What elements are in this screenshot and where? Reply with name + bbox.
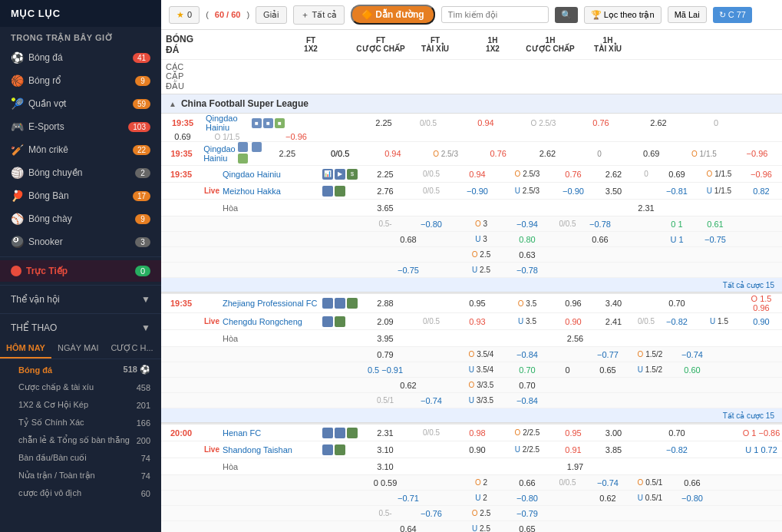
extra1a-v3[interactable]: −0.78 bbox=[589, 220, 612, 229]
h-fttx-val[interactable]: 0.95 bbox=[554, 428, 592, 438]
m1-h1-tx-1[interactable]: −0.96 bbox=[250, 132, 342, 141]
extra3a-v4[interactable]: 0.66 bbox=[673, 478, 711, 487]
extra2c-v1[interactable]: 0.62 bbox=[362, 381, 454, 390]
search-input[interactable] bbox=[441, 6, 549, 23]
rounds-button[interactable]: Giải bbox=[256, 6, 286, 24]
icon-bet5[interactable] bbox=[335, 316, 345, 327]
malai-button[interactable]: Mã Lai bbox=[668, 6, 707, 23]
extra2c-v2[interactable]: 0.70 bbox=[508, 381, 546, 390]
sidebar-item-esports[interactable]: 🎮 E-Sports 103 bbox=[0, 115, 161, 138]
extra2a-v2[interactable]: −0.84 bbox=[508, 350, 546, 359]
extra3b-v3[interactable]: 0.62 bbox=[589, 494, 627, 503]
h-h1chap-val[interactable]: 0.70 bbox=[658, 428, 696, 438]
extra1a-v2[interactable]: −0.94 bbox=[508, 220, 546, 229]
extra2d-v1[interactable]: −0.74 bbox=[408, 396, 454, 405]
icon-stats1[interactable]: ■ bbox=[252, 118, 262, 128]
c-fttx-val[interactable]: 0.90 bbox=[554, 317, 592, 326]
m1-ft-tx-1[interactable]: 0.76 bbox=[574, 118, 628, 127]
m1-ft-chap-1[interactable]: 0.94 bbox=[459, 118, 513, 127]
icon-c1[interactable] bbox=[238, 154, 248, 164]
meizhou-team[interactable]: Meizhou Hakka bbox=[223, 187, 322, 196]
hoa3-ft1x2[interactable]: 3.10 bbox=[362, 462, 408, 471]
extra3c-v1[interactable]: −0.76 bbox=[408, 509, 454, 518]
icon-video3[interactable] bbox=[335, 298, 345, 309]
star-button[interactable]: ★ 0 bbox=[169, 6, 200, 24]
sidebar-item-snooker[interactable]: 🎱 Snooker 3 bbox=[0, 230, 161, 253]
extra3a-v1[interactable]: 0 0.59 bbox=[362, 478, 408, 487]
c-ft1x2[interactable]: 2.09 bbox=[362, 317, 408, 326]
search-button[interactable]: 🔍 bbox=[555, 7, 578, 23]
s-h11x2[interactable]: 3.85 bbox=[592, 445, 635, 454]
extra3d-v1[interactable]: 0.64 bbox=[362, 524, 454, 533]
q-ftchap-val[interactable]: 0.94 bbox=[454, 170, 500, 179]
live-row[interactable]: Trực Tiếp 0 bbox=[0, 260, 161, 282]
icon-b1[interactable] bbox=[252, 142, 262, 152]
q-h1tx-val[interactable]: −0.96 bbox=[742, 170, 780, 179]
extra1a-v5[interactable]: 0.61 bbox=[696, 220, 734, 229]
s-ftchap-val[interactable]: 0.90 bbox=[454, 445, 500, 454]
extra3a-v2[interactable]: 0.66 bbox=[508, 478, 546, 487]
tab-homnay[interactable]: HÔM NAY bbox=[0, 339, 51, 359]
match1-team1[interactable]: Qingdao Hainiu bbox=[204, 114, 250, 132]
h-ft1x2[interactable]: 2.31 bbox=[362, 428, 408, 438]
sidebar-item-bongda[interactable]: ⚽ Bóng đá 41 bbox=[0, 46, 161, 69]
icon-video5[interactable] bbox=[335, 428, 345, 438]
all-button[interactable]: ＋ Tất cả bbox=[293, 5, 345, 25]
sidebar-item-quanvot[interactable]: 🎾 Quần vợt 59 bbox=[0, 92, 161, 115]
extra2b-v3[interactable]: 0 bbox=[546, 365, 589, 375]
shandong-team[interactable]: Shandong Taishan bbox=[223, 445, 322, 454]
extra1b-v4[interactable]: U 1 bbox=[658, 235, 696, 244]
icon-bet4[interactable] bbox=[347, 298, 358, 309]
icon-bet7[interactable] bbox=[335, 444, 345, 455]
sidebar-item-bongchay[interactable]: ⚾ Bóng chày 9 bbox=[0, 207, 161, 230]
odds-h1-chap-1[interactable]: 0.69 bbox=[627, 142, 676, 166]
m-ftchap-val[interactable]: −0.90 bbox=[454, 187, 500, 196]
extra2b-v1[interactable]: 0.5 −0.91 bbox=[362, 365, 408, 375]
odds-h1-tx-1[interactable]: −0.96 bbox=[732, 142, 782, 166]
sidebar-item-bongchuyen[interactable]: 🏐 Bóng chuyền 2 bbox=[0, 161, 161, 184]
icon-a1[interactable] bbox=[238, 142, 248, 152]
tab-cuoch[interactable]: CƯỢC H... bbox=[105, 339, 160, 359]
tab-ngaymai[interactable]: NGÀY MAI bbox=[51, 339, 105, 359]
sidebar-the-van-hoi[interactable]: Thể vận hội ▼ bbox=[0, 289, 161, 310]
sidebar-item-bongban[interactable]: 🏓 Bóng Bàn 17 bbox=[0, 184, 161, 207]
extra2b-v5[interactable]: 0.60 bbox=[673, 365, 711, 375]
extra2d-v2[interactable]: −0.84 bbox=[508, 396, 546, 405]
sidebar-item-cricket[interactable]: 🏏 Môn crikê 22 bbox=[0, 138, 161, 161]
h-h11x2[interactable]: 3.00 bbox=[592, 428, 635, 438]
m1-h1-chap-1[interactable]: 0.69 bbox=[161, 132, 204, 141]
qingdao-team[interactable]: Qingdao Hainiu bbox=[223, 170, 322, 179]
all-bets-btn-2[interactable]: Tất cả cược 15 bbox=[723, 411, 774, 420]
sub-item-chanle[interactable]: chẵn lẻ & Tổng số bàn thắng 200 bbox=[0, 431, 161, 449]
extra1b-v5[interactable]: −0.75 bbox=[696, 235, 734, 244]
hoa1-ft1x2[interactable]: 3.65 bbox=[362, 203, 408, 213]
filter-button[interactable]: 🏆 Lọc theo trận bbox=[584, 6, 662, 24]
q-h1chap-val[interactable]: 0.69 bbox=[658, 170, 696, 179]
all-bets-btn-1[interactable]: Tất cả cược 15 bbox=[723, 281, 774, 289]
extra1a-v4[interactable]: 0 1 bbox=[658, 220, 696, 229]
icon-bet3[interactable] bbox=[335, 186, 345, 197]
c-h1chap-val[interactable]: −0.82 bbox=[658, 317, 696, 326]
chengdu-team[interactable]: Chengdu Rongcheng bbox=[223, 317, 322, 326]
z-h11x2[interactable]: 3.40 bbox=[592, 299, 635, 308]
icon-chart4[interactable] bbox=[322, 316, 333, 327]
sub-item-bandau[interactable]: Bàn đầu/Bàn cuối 74 bbox=[0, 449, 161, 467]
extra3d-v2[interactable]: 0.65 bbox=[508, 524, 546, 533]
extra3b-v2[interactable]: −0.80 bbox=[508, 494, 546, 503]
icon-bet1[interactable]: ■ bbox=[275, 118, 285, 128]
extra2a-v1[interactable]: 0.79 bbox=[362, 350, 408, 359]
extra3a-v3[interactable]: −0.74 bbox=[589, 478, 627, 487]
icon-chart3[interactable] bbox=[322, 298, 333, 309]
icon-bet6[interactable] bbox=[347, 428, 358, 438]
m-fttx-val[interactable]: −0.90 bbox=[554, 187, 592, 196]
icon-bet2[interactable]: $ bbox=[347, 169, 358, 180]
m-h11x2[interactable]: 3.50 bbox=[592, 187, 635, 196]
m1-h1-1x2-1[interactable]: 2.62 bbox=[628, 118, 689, 127]
extra3b-v4[interactable]: −0.80 bbox=[673, 494, 711, 503]
extra1a-v1[interactable]: −0.80 bbox=[408, 220, 454, 229]
s-ft1x2[interactable]: 3.10 bbox=[362, 445, 408, 454]
extra3b-v1[interactable]: −0.71 bbox=[362, 494, 454, 503]
q-fttx-val[interactable]: 0.76 bbox=[554, 170, 592, 179]
icon-chart2[interactable] bbox=[322, 186, 333, 197]
extra1b-v2[interactable]: 0.80 bbox=[508, 235, 546, 244]
